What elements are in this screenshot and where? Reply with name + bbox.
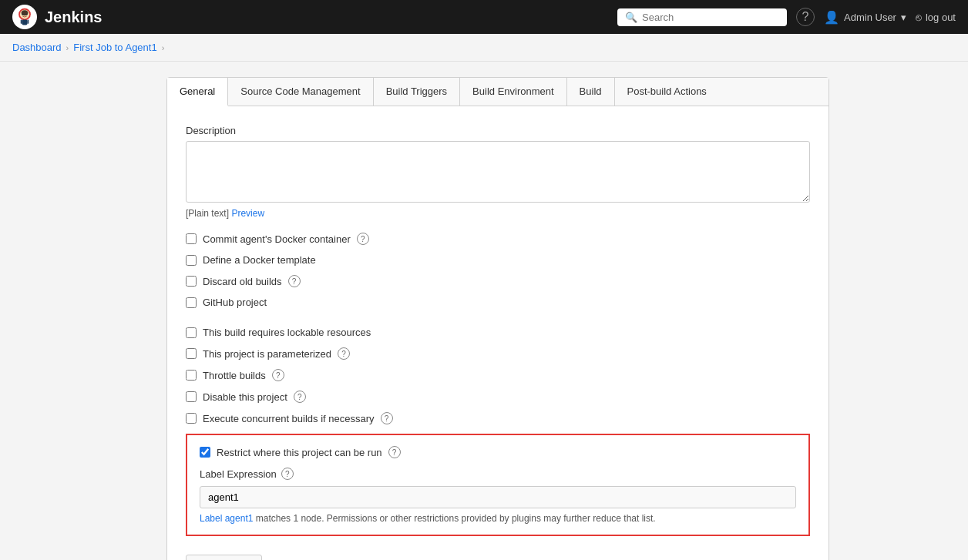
parameterized-label: This project is parameterized <box>203 348 331 360</box>
restrict-section: Restrict where this project can be run ?… <box>186 434 810 536</box>
search-box[interactable]: 🔍 <box>617 8 787 26</box>
help-icon[interactable]: ? <box>796 8 815 26</box>
header-right: 🔍 ? 👤 Admin User ▾ ⎋ log out <box>617 8 956 26</box>
list-item: GitHub project <box>186 297 810 308</box>
list-item: Define a Docker template <box>186 254 810 266</box>
parameterized-help-icon[interactable]: ? <box>338 347 350 360</box>
label-expression-section: Label Expression ? Label agent1 matches … <box>200 468 796 524</box>
concurrent-builds-checkbox[interactable] <box>186 413 197 424</box>
throttle-builds-label: Throttle builds <box>203 370 266 381</box>
github-project-label: GitHub project <box>203 297 267 308</box>
logout-area[interactable]: ⎋ log out <box>916 12 956 23</box>
breadcrumb-job[interactable]: First Job to Agent1 <box>73 42 156 53</box>
tab-panel: General Source Code Management Build Tri… <box>166 77 829 560</box>
restrict-label: Restrict where this project can be run <box>217 447 382 458</box>
search-icon: 🔍 <box>625 12 637 23</box>
checkboxes-group-1: Commit agent's Docker container ? Define… <box>186 233 810 308</box>
svg-rect-6 <box>21 20 22 24</box>
tab-content-general: Description [Plain text] Preview Commit … <box>167 106 829 560</box>
plain-text-note: [Plain text] Preview <box>186 208 810 219</box>
description-textarea[interactable] <box>186 141 810 203</box>
svg-point-3 <box>22 13 23 15</box>
concurrent-builds-help-icon[interactable]: ? <box>381 412 393 424</box>
label-expression-help-icon[interactable]: ? <box>281 468 294 480</box>
lockable-resources-checkbox[interactable] <box>186 327 197 338</box>
disable-project-help-icon[interactable]: ? <box>294 391 306 403</box>
tab-source-code[interactable]: Source Code Management <box>228 78 373 106</box>
user-area[interactable]: 👤 Admin User ▾ <box>824 10 906 25</box>
list-item: Commit agent's Docker container ? <box>186 233 810 245</box>
discard-builds-checkbox[interactable] <box>186 276 197 287</box>
main-content: General Source Code Management Build Tri… <box>0 62 925 560</box>
commit-docker-label: Commit agent's Docker container <box>203 233 351 245</box>
disable-project-checkbox[interactable] <box>186 391 197 402</box>
breadcrumb: Dashboard › First Job to Agent1 › <box>0 34 968 62</box>
label-match-description: matches 1 node. Permissions or other res… <box>256 513 656 524</box>
tab-post-build[interactable]: Post-build Actions <box>615 78 719 106</box>
preview-link[interactable]: Preview <box>231 208 264 219</box>
list-item: This build requires lockable resources <box>186 327 810 338</box>
tab-build[interactable]: Build <box>567 78 615 106</box>
discard-builds-help-icon[interactable]: ? <box>288 275 301 287</box>
concurrent-builds-label: Execute concurrent builds if necessary <box>203 413 375 424</box>
list-item: This project is parameterized ? <box>186 347 810 360</box>
logout-icon: ⎋ <box>916 12 922 23</box>
tab-general[interactable]: General <box>167 78 228 106</box>
checkboxes-group-2: This build requires lockable resources T… <box>186 327 810 424</box>
parameterized-checkbox[interactable] <box>186 348 197 359</box>
label-expression-input[interactable] <box>200 486 796 508</box>
restrict-help-icon[interactable]: ? <box>388 446 401 458</box>
breadcrumb-dashboard[interactable]: Dashboard <box>12 42 62 53</box>
commit-docker-checkbox[interactable] <box>186 233 197 244</box>
throttle-builds-help-icon[interactable]: ? <box>272 369 284 381</box>
header: Jenkins 🔍 ? 👤 Admin User ▾ ⎋ log out <box>0 0 968 34</box>
list-item: Throttle builds ? <box>186 369 810 381</box>
tab-bar: General Source Code Management Build Tri… <box>167 78 829 106</box>
restrict-checkbox-row: Restrict where this project can be run ? <box>200 446 796 458</box>
user-icon: 👤 <box>824 10 839 25</box>
search-input[interactable] <box>642 12 779 23</box>
chevron-down-icon: ▾ <box>901 12 906 23</box>
label-agent1-link[interactable]: Label agent1 <box>200 513 253 524</box>
list-item: Execute concurrent builds if necessary ? <box>186 412 810 424</box>
svg-rect-5 <box>22 20 28 25</box>
define-docker-checkbox[interactable] <box>186 255 197 266</box>
jenkins-logo <box>12 5 37 29</box>
description-group: Description [Plain text] Preview <box>186 125 810 219</box>
discard-builds-label: Discard old builds <box>203 276 282 287</box>
breadcrumb-sep-2: › <box>162 43 165 52</box>
label-match-text: Label agent1 matches 1 node. Permissions… <box>200 513 796 524</box>
user-label: Admin User <box>844 12 896 23</box>
description-label: Description <box>186 125 810 136</box>
disable-project-label: Disable this project <box>203 391 287 403</box>
define-docker-label: Define a Docker template <box>203 254 316 266</box>
label-expression-label: Label Expression ? <box>200 468 796 480</box>
svg-rect-7 <box>28 20 29 24</box>
github-project-checkbox[interactable] <box>186 297 197 308</box>
commit-docker-help-icon[interactable]: ? <box>357 233 369 245</box>
list-item: Discard old builds ? <box>186 275 810 287</box>
tab-build-triggers[interactable]: Build Triggers <box>374 78 460 106</box>
app-title: Jenkins <box>45 8 102 26</box>
lockable-resources-label: This build requires lockable resources <box>203 327 371 338</box>
breadcrumb-sep-1: › <box>66 43 69 52</box>
throttle-builds-checkbox[interactable] <box>186 370 197 381</box>
svg-point-4 <box>26 13 28 15</box>
tab-build-environment[interactable]: Build Environment <box>460 78 567 106</box>
header-left: Jenkins <box>12 5 102 29</box>
restrict-checkbox[interactable] <box>200 447 210 458</box>
advanced-button[interactable]: Advanced... <box>186 555 262 560</box>
list-item: Disable this project ? <box>186 391 810 403</box>
logout-label: log out <box>926 12 956 23</box>
